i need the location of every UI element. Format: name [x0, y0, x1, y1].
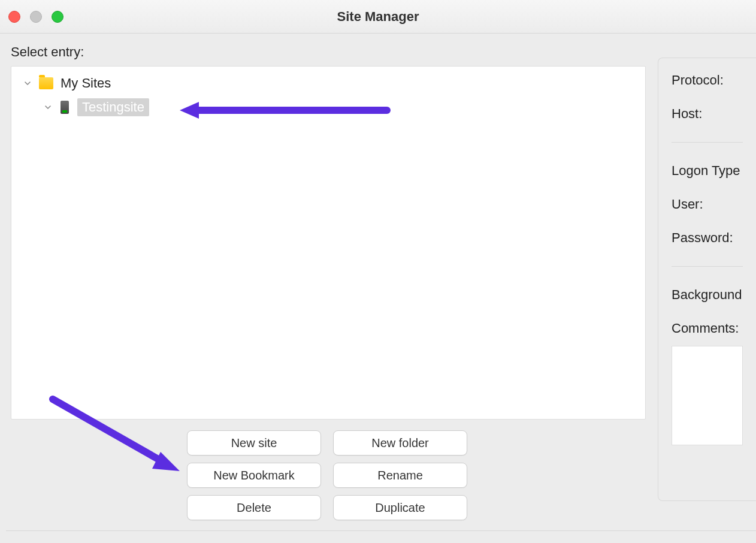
new-bookmark-button[interactable]: New Bookmark	[187, 463, 321, 488]
duplicate-button[interactable]: Duplicate	[333, 495, 467, 520]
tree-site-label[interactable]: Testingsite	[77, 98, 149, 116]
host-label: Host:	[672, 106, 743, 122]
logon-type-label: Logon Type	[672, 163, 743, 179]
user-label: User:	[672, 197, 743, 212]
traffic-lights	[8, 11, 63, 23]
new-site-button[interactable]: New site	[187, 430, 321, 455]
minimize-window-button[interactable]	[30, 11, 42, 23]
delete-button[interactable]: Delete	[187, 495, 321, 520]
folder-icon	[39, 77, 53, 89]
background-label: Background	[672, 287, 743, 303]
tree-row-root[interactable]: My Sites	[14, 71, 643, 95]
site-actions-button-grid: New site New folder New Bookmark Rename …	[187, 430, 648, 520]
comments-label: Comments:	[672, 321, 743, 336]
new-folder-button[interactable]: New folder	[333, 430, 467, 455]
tree-row-site[interactable]: Testingsite	[14, 95, 643, 119]
close-window-button[interactable]	[8, 11, 20, 23]
chevron-down-icon[interactable]	[22, 78, 33, 89]
window-title: Site Manager	[337, 9, 419, 25]
window-titlebar: Site Manager	[0, 0, 756, 34]
maximize-window-button[interactable]	[52, 11, 63, 23]
rename-button[interactable]: Rename	[333, 463, 467, 488]
password-label: Password:	[672, 230, 743, 246]
protocol-label: Protocol:	[672, 73, 743, 88]
comments-textarea[interactable]	[672, 346, 743, 445]
divider	[672, 266, 743, 267]
tree-root-label: My Sites	[61, 76, 111, 91]
connection-settings-panel: Protocol: Host: Logon Type User: Passwor…	[658, 58, 756, 501]
divider	[672, 142, 743, 143]
chevron-down-icon[interactable]	[43, 102, 53, 113]
site-tree[interactable]: My Sites Testingsite	[11, 66, 646, 420]
bottom-divider	[6, 530, 756, 531]
server-icon	[61, 101, 69, 114]
select-entry-label: Select entry:	[11, 44, 648, 60]
